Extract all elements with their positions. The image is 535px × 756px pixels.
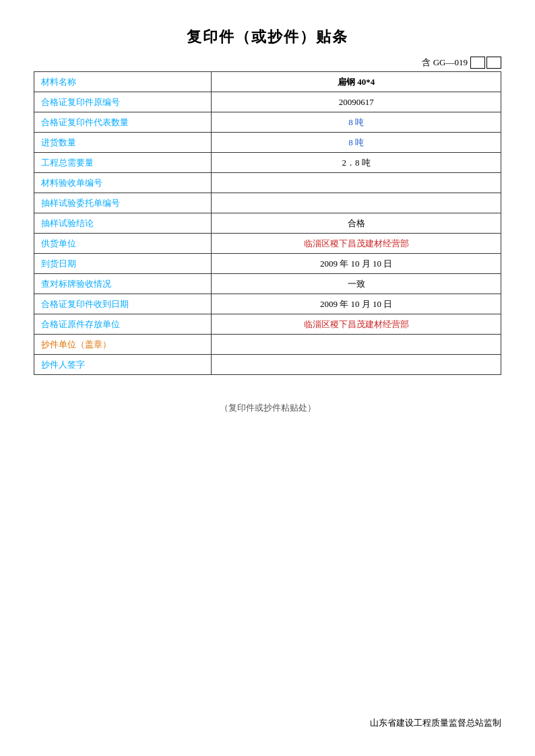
header-row: 含 GG—019 xyxy=(34,57,501,69)
table-row: 合格证复印件代表数量8 吨 xyxy=(34,112,501,133)
header-boxes xyxy=(470,57,501,69)
row-value-3: 8 吨 xyxy=(212,133,501,153)
footer-text: 山东省建设工程质量监督总站监制 xyxy=(370,717,501,729)
header-box-2 xyxy=(486,57,501,69)
table-row: 进货数量8 吨 xyxy=(34,133,501,153)
row-label-1: 合格证复印件原编号 xyxy=(34,92,212,112)
row-label-12: 合格证原件存放单位 xyxy=(34,314,212,335)
page: 复印件（或抄件）贴条 含 GG—019 材料名称扁钢 40*4合格证复印件原编号… xyxy=(0,0,535,756)
table-row: 抽样试验委托单编号 xyxy=(34,193,501,213)
table-row: 到货日期2009 年 10 月 10 日 xyxy=(34,254,501,274)
table-row: 供货单位临淄区稷下昌茂建材经营部 xyxy=(34,234,501,254)
row-label-7: 抽样试验结论 xyxy=(34,213,212,234)
row-value-9: 2009 年 10 月 10 日 xyxy=(212,254,501,274)
table-row: 合格证复印件收到日期2009 年 10 月 10 日 xyxy=(34,294,501,314)
row-value-8: 临淄区稷下昌茂建材经营部 xyxy=(212,234,501,254)
row-value-13 xyxy=(212,335,501,355)
table-row: 查对标牌验收情况一致 xyxy=(34,274,501,294)
header-box-1 xyxy=(470,57,485,69)
row-value-7: 合格 xyxy=(212,213,501,234)
row-value-4: 2．8 吨 xyxy=(212,153,501,173)
table-row: 材料验收单编号 xyxy=(34,173,501,193)
row-value-1: 20090617 xyxy=(212,92,501,112)
row-label-0: 材料名称 xyxy=(34,72,212,92)
table-row: 抽样试验结论合格 xyxy=(34,213,501,234)
row-value-10: 一致 xyxy=(212,274,501,294)
table-row: 合格证原件存放单位临淄区稷下昌茂建材经营部 xyxy=(34,314,501,335)
row-label-6: 抽样试验委托单编号 xyxy=(34,193,212,213)
paste-area: （复印件或抄件粘贴处） xyxy=(34,402,501,414)
row-value-5 xyxy=(212,173,501,193)
header-code: 含 GG—019 xyxy=(422,57,468,69)
row-value-0: 扁钢 40*4 xyxy=(212,72,501,92)
row-label-13: 抄件单位（盖章） xyxy=(34,335,212,355)
row-label-11: 合格证复印件收到日期 xyxy=(34,294,212,314)
table-row: 工程总需要量2．8 吨 xyxy=(34,153,501,173)
row-label-14: 抄件人签字 xyxy=(34,355,212,375)
row-label-5: 材料验收单编号 xyxy=(34,173,212,193)
table-row: 抄件人签字 xyxy=(34,355,501,375)
table-row: 合格证复印件原编号20090617 xyxy=(34,92,501,112)
table-row: 抄件单位（盖章） xyxy=(34,335,501,355)
row-label-2: 合格证复印件代表数量 xyxy=(34,112,212,133)
row-value-6 xyxy=(212,193,501,213)
row-value-14 xyxy=(212,355,501,375)
page-title: 复印件（或抄件）贴条 xyxy=(34,27,501,47)
row-label-3: 进货数量 xyxy=(34,133,212,153)
row-label-4: 工程总需要量 xyxy=(34,153,212,173)
row-label-10: 查对标牌验收情况 xyxy=(34,274,212,294)
row-value-2: 8 吨 xyxy=(212,112,501,133)
main-table: 材料名称扁钢 40*4合格证复印件原编号20090617合格证复印件代表数量8 … xyxy=(34,71,501,375)
row-value-11: 2009 年 10 月 10 日 xyxy=(212,294,501,314)
row-label-9: 到货日期 xyxy=(34,254,212,274)
row-label-8: 供货单位 xyxy=(34,234,212,254)
table-row: 材料名称扁钢 40*4 xyxy=(34,72,501,92)
row-value-12: 临淄区稷下昌茂建材经营部 xyxy=(212,314,501,335)
